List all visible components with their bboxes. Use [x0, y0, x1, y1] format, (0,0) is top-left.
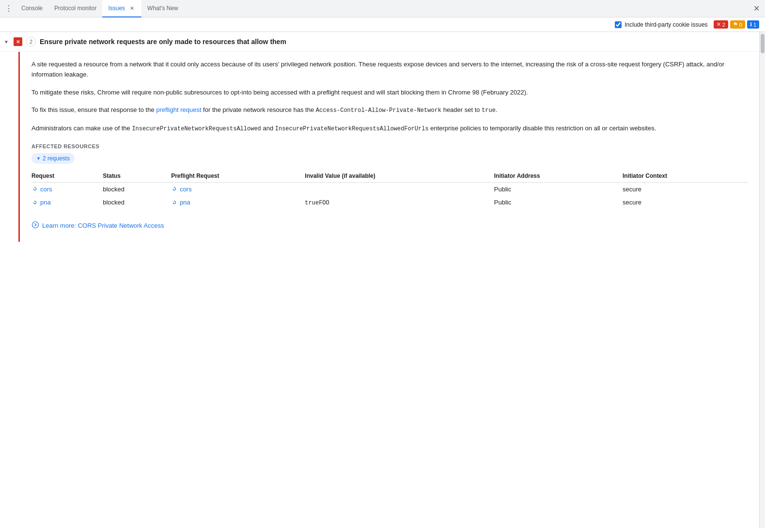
status-cell-pna: blocked: [103, 196, 171, 209]
tab-issues-close-icon[interactable]: ✕: [128, 4, 136, 12]
badge-group: ✕ 2 ⚑ 0 ℹ 1: [714, 20, 759, 29]
include-third-party-checkbox[interactable]: [615, 21, 622, 28]
requests-table: Request Status Preflight Request Invalid…: [31, 170, 748, 209]
fix-text-end: header set to: [441, 106, 482, 113]
error-badge-icon: ✕: [717, 21, 721, 28]
preflight-link-cors[interactable]: cors: [171, 186, 299, 193]
enterprise-code-1: InsecurePrivateNetworkRequestsAllowed: [132, 125, 261, 132]
learn-more-arrow-icon: [31, 221, 39, 230]
error-badge-count: 2: [722, 22, 725, 28]
fix-text-after: for the private network resource has the: [202, 106, 316, 113]
table-header-row: Request Status Preflight Request Invalid…: [31, 170, 748, 183]
issue-paragraph-enterprise: Administrators can make use of the Insec…: [31, 124, 748, 134]
request-link-cors-icon: [31, 186, 38, 192]
tab-bar-menu-button[interactable]: ⋮: [2, 4, 16, 13]
preflight-link-cors-label: cors: [180, 186, 192, 193]
issue-error-icon: ✕: [14, 37, 22, 46]
request-link-pna-label: pna: [40, 199, 51, 206]
tab-whats-new[interactable]: What's New: [141, 0, 184, 17]
enterprise-text-before: Administrators can make use of the: [31, 125, 132, 132]
main-content: ▼ ✕ 2 Ensure private network requests ar…: [0, 32, 765, 528]
table-row: pna blocked pna: [31, 196, 748, 209]
table-header-preflight: Preflight Request: [171, 170, 305, 183]
table-header-invalid-value: Invalid Value (if available): [305, 170, 494, 183]
affected-resources-label: AFFECTED RESOURCES: [31, 143, 748, 149]
info-badge[interactable]: ℹ 1: [747, 20, 759, 29]
issue-body: A site requested a resource from a netwo…: [18, 52, 759, 242]
svg-point-0: [32, 221, 39, 228]
preflight-cell-cors: cors: [171, 182, 305, 196]
tab-protocol-monitor[interactable]: Protocol monitor: [48, 0, 102, 17]
enterprise-text-after: enterprise policies to temporarily disab…: [429, 125, 656, 132]
tab-issues-label: Issues: [108, 5, 125, 12]
fix-text-before: To fix this issue, ensure that response …: [31, 106, 156, 113]
info-badge-icon: ℹ: [750, 21, 752, 28]
scrollbar-track[interactable]: [759, 32, 765, 528]
affected-resources-section: AFFECTED RESOURCES ▼ 2 requests Request …: [31, 143, 748, 209]
include-third-party-label[interactable]: Include third-party cookie issues: [615, 21, 707, 28]
status-cell-cors: blocked: [103, 182, 171, 196]
tab-issues[interactable]: Issues ✕: [102, 0, 141, 17]
fix-code-2: true: [482, 107, 496, 114]
issue-paragraph-2: To mitigate these risks, Chrome will req…: [31, 88, 748, 98]
preflight-link-cors-icon: [171, 186, 178, 192]
issue-paragraph-1: A site requested a resource from a netwo…: [31, 60, 748, 80]
invalid-value-cell-cors: [305, 182, 494, 196]
fix-code-1: Access-Control-Allow-Private-Network: [316, 107, 441, 114]
initiator-context-cell-pna: secure: [623, 196, 748, 209]
request-link-pna-icon: [31, 199, 38, 206]
toolbar: Include third-party cookie issues ✕ 2 ⚑ …: [0, 17, 765, 32]
warning-badge-count: 0: [739, 22, 742, 28]
table-header-status: Status: [103, 170, 171, 183]
table-row: cors blocked cors: [31, 182, 748, 196]
scrollbar-thumb[interactable]: [761, 34, 765, 53]
tab-bar: ⋮ Console Protocol monitor Issues ✕ What…: [0, 0, 765, 17]
table-header-initiator-context: Initiator Context: [623, 170, 748, 183]
issue-paragraph-fix: To fix this issue, ensure that response …: [31, 105, 748, 115]
tab-console-label: Console: [21, 5, 43, 12]
preflight-cell-pna: pna: [171, 196, 305, 209]
preflight-link-pna-icon: [171, 199, 178, 206]
requests-toggle-chevron-icon: ▼: [36, 156, 41, 161]
include-third-party-text: Include third-party cookie issues: [624, 21, 707, 28]
tab-console[interactable]: Console: [16, 0, 48, 17]
enterprise-text-mid: and: [261, 125, 275, 132]
requests-toggle-label: 2 requests: [43, 155, 70, 162]
invalid-value-cell-pna: trueFOO: [305, 196, 494, 209]
issue-header[interactable]: ▼ ✕ 2 Ensure private network requests ar…: [0, 32, 759, 52]
request-link-cors[interactable]: cors: [31, 186, 97, 193]
request-cell-pna: pna: [31, 196, 103, 209]
initiator-context-cell-cors: secure: [623, 182, 748, 196]
issue-count-badge: 2: [26, 37, 36, 47]
warning-badge[interactable]: ⚑ 0: [730, 20, 745, 29]
issue-chevron-icon: ▼: [4, 39, 10, 45]
initiator-address-cell-pna: Public: [494, 196, 623, 209]
preflight-link-pna[interactable]: pna: [171, 199, 299, 206]
learn-more-link[interactable]: Learn more: CORS Private Network Access: [42, 222, 164, 229]
devtools-close-button[interactable]: ✕: [749, 2, 763, 16]
tab-whats-new-label: What's New: [147, 5, 178, 12]
preflight-request-link[interactable]: preflight request: [156, 106, 201, 113]
tab-protocol-monitor-label: Protocol monitor: [54, 5, 96, 12]
initiator-address-cell-cors: Public: [494, 182, 623, 196]
invalid-value-code-pna: trueFOO: [305, 200, 329, 206]
table-header-initiator-address: Initiator Address: [494, 170, 623, 183]
issue-content: A site requested a resource from a netwo…: [31, 60, 748, 230]
preflight-link-pna-label: pna: [180, 199, 190, 206]
issues-panel: ▼ ✕ 2 Ensure private network requests ar…: [0, 32, 759, 528]
info-badge-count: 1: [753, 22, 756, 28]
error-badge[interactable]: ✕ 2: [714, 20, 728, 29]
requests-toggle[interactable]: ▼ 2 requests: [31, 153, 75, 164]
learn-more-section: Learn more: CORS Private Network Access: [31, 221, 748, 230]
table-header-request: Request: [31, 170, 103, 183]
fix-period: .: [496, 106, 498, 113]
request-link-cors-label: cors: [40, 186, 52, 193]
request-link-pna[interactable]: pna: [31, 199, 97, 206]
enterprise-code-2: InsecurePrivateNetworkRequestsAllowedFor…: [275, 125, 429, 132]
issue-title: Ensure private network requests are only…: [40, 38, 286, 46]
warning-badge-icon: ⚑: [733, 21, 738, 28]
request-cell-cors: cors: [31, 182, 103, 196]
